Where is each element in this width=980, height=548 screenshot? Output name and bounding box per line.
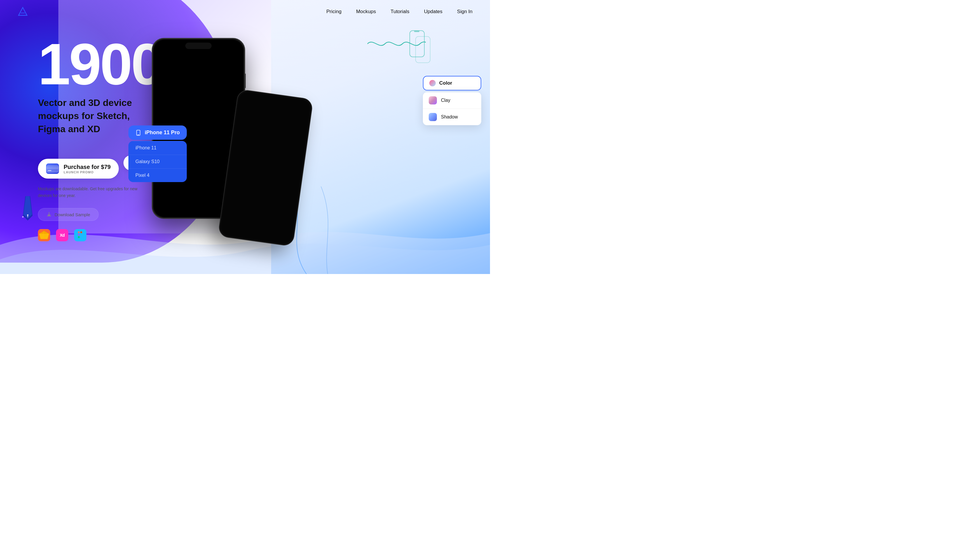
nav-signin[interactable]: Sign In bbox=[457, 9, 473, 14]
figma-icon bbox=[74, 229, 86, 241]
svg-marker-15 bbox=[39, 234, 49, 239]
sketch-icon bbox=[38, 229, 50, 241]
device-item-galaxy[interactable]: Galaxy S10 bbox=[129, 155, 187, 168]
nav-links: Pricing Mockups Tutorials Updates Sign I… bbox=[326, 9, 473, 14]
phone-notch bbox=[185, 43, 212, 49]
xd-icon: Xd bbox=[56, 229, 68, 241]
figma-logo bbox=[77, 231, 83, 240]
device-selected-option[interactable]: iPhone 11 Pro bbox=[129, 125, 187, 140]
device-selected-label: iPhone 11 Pro bbox=[145, 130, 180, 136]
clay-swatch bbox=[429, 96, 437, 105]
svg-rect-11 bbox=[48, 170, 51, 171]
svg-rect-22 bbox=[137, 135, 139, 135]
purchase-promo: LAUNCH PROMO bbox=[64, 170, 111, 174]
device-dropdown: iPhone 11 Pro iPhone 11 Galaxy S10 Pixel… bbox=[129, 125, 187, 182]
download-icon bbox=[46, 212, 52, 217]
nav-pricing[interactable]: Pricing bbox=[326, 9, 342, 14]
nav-updates[interactable]: Updates bbox=[424, 9, 442, 14]
color-item-shadow[interactable]: Shadow bbox=[423, 108, 481, 125]
color-icon bbox=[429, 80, 436, 86]
clay-label: Clay bbox=[441, 98, 450, 103]
phone-small-icon bbox=[135, 130, 141, 136]
download-sample-button[interactable]: Download Sample bbox=[38, 208, 99, 221]
card-icon bbox=[46, 165, 59, 173]
shadow-swatch bbox=[429, 113, 437, 121]
device-item-iphone11[interactable]: iPhone 11 bbox=[129, 141, 187, 155]
xd-label: Xd bbox=[60, 233, 65, 238]
color-header-label: Color bbox=[439, 80, 452, 86]
purchase-price: Purchase for $79 bbox=[64, 164, 111, 170]
nav-mockups[interactable]: Mockups bbox=[356, 9, 376, 14]
device-list: iPhone 11 Galaxy S10 Pixel 4 bbox=[129, 141, 187, 182]
color-dropdown-header[interactable]: Color bbox=[423, 76, 481, 91]
logo-icon bbox=[18, 6, 28, 17]
purchase-button-text: Purchase for $79 LAUNCH PROMO bbox=[64, 164, 111, 174]
purchase-button-icon bbox=[46, 164, 59, 174]
svg-rect-17 bbox=[80, 231, 82, 233]
svg-marker-7 bbox=[19, 8, 27, 16]
svg-rect-10 bbox=[47, 167, 58, 169]
svg-point-19 bbox=[80, 234, 82, 236]
svg-rect-16 bbox=[78, 231, 80, 233]
sketch-logo bbox=[38, 229, 50, 241]
color-item-clay[interactable]: Clay bbox=[423, 92, 481, 108]
shadow-label: Shadow bbox=[441, 114, 458, 120]
svg-rect-20 bbox=[78, 237, 80, 238]
phone-side-button bbox=[245, 73, 246, 88]
logo[interactable] bbox=[18, 6, 28, 17]
phone-area: iPhone 11 Pro iPhone 11 Galaxy S10 Pixel… bbox=[123, 29, 490, 274]
pen-decoration bbox=[21, 195, 35, 221]
purchase-button[interactable]: Purchase for $79 LAUNCH PROMO bbox=[38, 159, 119, 179]
svg-rect-18 bbox=[78, 234, 80, 236]
navbar: Pricing Mockups Tutorials Updates Sign I… bbox=[0, 0, 490, 23]
color-list: Clay Shadow bbox=[423, 92, 481, 125]
nav-tutorials[interactable]: Tutorials bbox=[390, 9, 409, 14]
device-item-pixel[interactable]: Pixel 4 bbox=[129, 168, 187, 182]
download-label: Download Sample bbox=[54, 212, 90, 217]
color-dropdown: Color Clay Shadow bbox=[423, 76, 481, 125]
svg-point-6 bbox=[22, 216, 24, 218]
